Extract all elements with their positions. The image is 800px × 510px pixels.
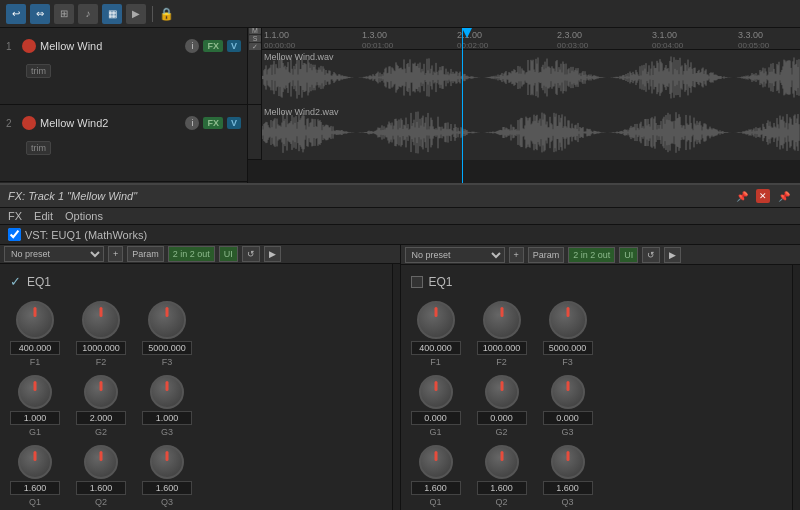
fx-close-btn[interactable]: ✕	[756, 189, 770, 203]
eq-g2-value-right: 0.000	[477, 411, 527, 425]
eq-f2-knob-left[interactable]	[82, 301, 120, 339]
waveform-label-1: Mellow Wind.wav	[264, 52, 334, 62]
eq-name-right: EQ1	[429, 275, 453, 289]
eq-f-knobs-right: 400.000 F1 1000.000 F2 5000.000 F3	[411, 301, 783, 367]
track-v-btn-2[interactable]: V	[227, 117, 241, 129]
fx-menu-fx[interactable]: FX	[8, 210, 22, 222]
eq-q2-knob-left[interactable]	[84, 445, 118, 479]
lock-icon: 🔒	[159, 7, 174, 21]
eq-q2-knob-right[interactable]	[485, 445, 519, 479]
trim-btn-2[interactable]: trim	[26, 141, 51, 155]
mute-s-1[interactable]: S	[249, 35, 261, 42]
eq-q1-group-right: 1.600 Q1	[411, 445, 461, 507]
eq-scrollbar-left[interactable]	[392, 264, 400, 510]
ruler-mark-0: 1.1.0000:00:00	[264, 30, 295, 50]
eq-inout-btn-left[interactable]: 2 in 2 out	[168, 246, 215, 262]
toolbar-piano-btn[interactable]: ▦	[102, 4, 122, 24]
eq-f2-group-left: 1000.000 F2	[76, 301, 126, 367]
fx-plugin-checkbox[interactable]	[8, 228, 21, 241]
eq-preset-select-left[interactable]: No preset	[4, 246, 104, 262]
eq-g1-group-right: 0.000 G1	[411, 375, 461, 437]
eq-checkbox-right[interactable]	[411, 276, 423, 288]
waveform-canvas-1	[262, 50, 800, 105]
eq-g1-knob-right[interactable]	[419, 375, 453, 409]
track-record-btn-2[interactable]	[22, 116, 36, 130]
track-trim-1: trim	[26, 64, 247, 78]
eq-param-btn-left[interactable]: Param	[127, 246, 164, 262]
eq-q3-knob-right[interactable]	[551, 445, 585, 479]
timeline-ruler[interactable]: 1.1.0000:00:00 1.3.0000:01:00 2.1.0000:0…	[262, 28, 800, 50]
eq-reset-btn-right[interactable]: ↺	[642, 247, 660, 263]
eq-g3-knob-left[interactable]	[150, 375, 184, 409]
eq-g3-value-right: 0.000	[543, 411, 593, 425]
eq-scrollbar-right[interactable]	[792, 265, 800, 510]
eq-q2-label-right: Q2	[495, 497, 507, 507]
fx-title: FX: Track 1 "Mellow Wind"	[8, 190, 137, 202]
trim-btn-1[interactable]: trim	[26, 64, 51, 78]
eq-ui-btn-right[interactable]: UI	[619, 247, 638, 263]
eq-g1-value-left: 1.000	[10, 411, 60, 425]
eq-body-left: ✓ EQ1 400.000 F1 1000.000 F2	[0, 264, 392, 510]
eq-add-btn-right[interactable]: +	[509, 247, 524, 263]
eq-f1-value-left: 400.000	[10, 341, 60, 355]
eq-q1-label-right: Q1	[429, 497, 441, 507]
eq-f1-label-right: F1	[430, 357, 441, 367]
eq-toolbar-right: No preset + Param 2 in 2 out UI ↺ ▶	[401, 245, 801, 265]
track-record-btn-1[interactable]	[22, 39, 36, 53]
eq-f1-knob-left[interactable]	[16, 301, 54, 339]
track-info-btn-1[interactable]: i	[185, 39, 199, 53]
track-fx-btn-2[interactable]: FX	[203, 117, 223, 129]
toolbar-play-btn[interactable]: ▶	[126, 4, 146, 24]
track-num-1: 1	[6, 41, 18, 52]
eq-arrow-btn-left[interactable]: ▶	[264, 246, 281, 262]
eq-ui-btn-left[interactable]: UI	[219, 246, 238, 262]
waveform-label-2: Mellow Wind2.wav	[264, 107, 339, 117]
eq-f2-label-left: F2	[96, 357, 107, 367]
eq-q1-knob-left[interactable]	[18, 445, 52, 479]
track-side-1	[248, 50, 262, 104]
fx-menu-bar: FX Edit Options	[0, 208, 800, 225]
toolbar-back-btn[interactable]: ↩	[6, 4, 26, 24]
fx-pin-right-btn[interactable]: 📌	[776, 188, 792, 204]
eq-preset-select-right[interactable]: No preset	[405, 247, 505, 263]
eq-f3-group-right: 5000.000 F3	[543, 301, 593, 367]
eq-f1-group-left: 400.000 F1	[10, 301, 60, 367]
mute-m-1[interactable]: M	[249, 28, 261, 34]
eq-f1-knob-right[interactable]	[417, 301, 455, 339]
fx-menu-options[interactable]: Options	[65, 210, 103, 222]
eq-g-knobs-left: 1.000 G1 2.000 G2 1.000 G3	[10, 375, 382, 437]
eq-f2-value-left: 1000.000	[76, 341, 126, 355]
toolbar-link-btn[interactable]: ⇔	[30, 4, 50, 24]
eq-g3-knob-right[interactable]	[551, 375, 585, 409]
eq-q3-label-right: Q3	[561, 497, 573, 507]
eq-add-btn-left[interactable]: +	[108, 246, 123, 262]
track-info-btn-2[interactable]: i	[185, 116, 199, 130]
track-content-2: Mellow Wind2.wav	[248, 105, 800, 160]
track-fx-btn-1[interactable]: FX	[203, 40, 223, 52]
eq-q1-knob-right[interactable]	[419, 445, 453, 479]
eq-body-right: EQ1 400.000 F1 1000.000 F2	[401, 265, 793, 510]
fx-pin-left-btn[interactable]: 📌	[734, 188, 750, 204]
eq-g-knobs-right: 0.000 G1 0.000 G2 0.000 G3	[411, 375, 783, 437]
eq-g2-knob-left[interactable]	[84, 375, 118, 409]
track-v-btn-1[interactable]: V	[227, 40, 241, 52]
eq-f2-knob-right[interactable]	[483, 301, 521, 339]
eq-reset-btn-left[interactable]: ↺	[242, 246, 260, 262]
eq-q2-value-right: 1.600	[477, 481, 527, 495]
eq-f3-knob-right[interactable]	[549, 301, 587, 339]
eq-arrow-btn-right[interactable]: ▶	[664, 247, 681, 263]
eq-inout-btn-right[interactable]: 2 in 2 out	[568, 247, 615, 263]
eq-param-btn-right[interactable]: Param	[528, 247, 565, 263]
toolbar-note-btn[interactable]: ♪	[78, 4, 98, 24]
waveform-2: Mellow Wind2.wav	[262, 105, 800, 160]
fx-menu-edit[interactable]: Edit	[34, 210, 53, 222]
eq-q3-knob-left[interactable]	[150, 445, 184, 479]
eq-g1-knob-left[interactable]	[18, 375, 52, 409]
toolbar-grid-btn[interactable]: ⊞	[54, 4, 74, 24]
fx-plugin-name: VST: EUQ1 (MathWorks)	[25, 229, 147, 241]
eq-g2-knob-right[interactable]	[485, 375, 519, 409]
eq-g1-label-left: G1	[29, 427, 41, 437]
eq-panel-right: No preset + Param 2 in 2 out UI ↺ ▶ EQ1	[401, 245, 801, 510]
eq-container: No preset + Param 2 in 2 out UI ↺ ▶ ✓ EQ…	[0, 245, 800, 510]
eq-f3-knob-left[interactable]	[148, 301, 186, 339]
